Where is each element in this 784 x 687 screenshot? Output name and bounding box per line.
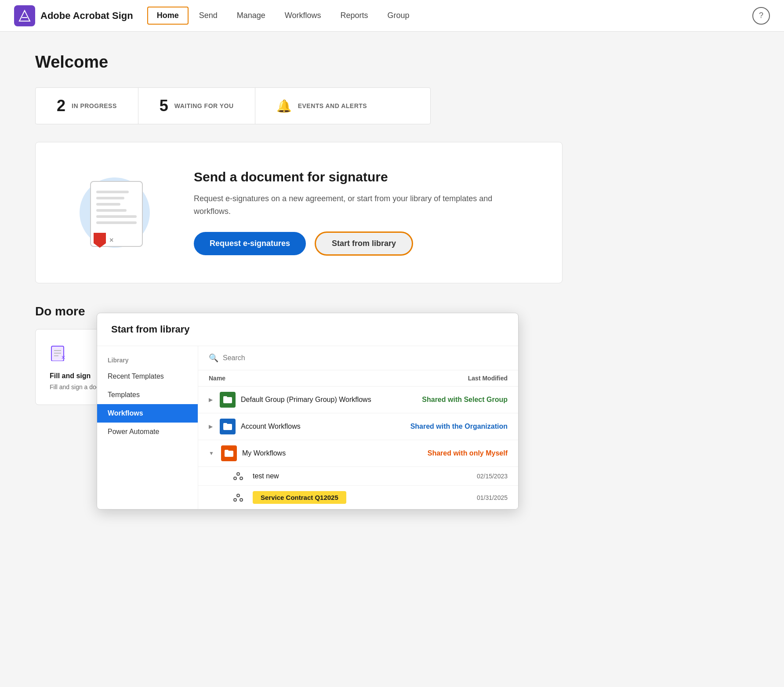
wf-node-left xyxy=(233,477,237,480)
status-in-progress[interactable]: 2 IN PROGRESS xyxy=(36,88,138,124)
table-row[interactable]: ▶ Default Group (Primary Group) Workflow… xyxy=(198,387,518,413)
send-card-title: Send a document for signature xyxy=(194,170,527,184)
send-card: × Send a document for signature Request … xyxy=(35,142,563,283)
row-name-default-group: Default Group (Primary Group) Workflows xyxy=(241,396,371,404)
library-sidebar: Library Recent Templates Templates Workf… xyxy=(97,346,198,509)
table-row[interactable]: ▶ Account Workflows Shared with the Orga… xyxy=(198,413,518,440)
in-progress-label: IN PROGRESS xyxy=(72,102,117,109)
doc-line-6 xyxy=(96,221,137,224)
header: Adobe Acrobat Sign Home Send Manage Work… xyxy=(0,0,784,32)
wf-top-node xyxy=(236,472,240,476)
doc-line-1 xyxy=(96,191,129,193)
start-from-library-button[interactable]: Start from library xyxy=(315,231,413,256)
waiting-label: WAITING FOR YOU xyxy=(174,102,234,109)
header-right: ? xyxy=(752,7,770,25)
page-title: Welcome xyxy=(35,53,749,72)
row-name-account-workflows: Account Workflows xyxy=(241,423,301,430)
badge-myself: Shared with only Myself xyxy=(428,449,508,457)
wf-bottom-nodes xyxy=(233,477,243,480)
sidebar-item-workflows[interactable]: Workflows xyxy=(97,404,198,423)
table-row[interactable]: ▼ My Workflows Shared with only Myself xyxy=(198,440,518,467)
svg-rect-13 xyxy=(223,423,227,425)
badge-select-group: Shared with Select Group xyxy=(422,396,508,404)
nav-reports[interactable]: Reports xyxy=(331,7,377,24)
wf-top-node xyxy=(236,494,240,497)
col-modified-label: Last Modified xyxy=(468,375,508,382)
alerts-label: EVENTS AND ALERTS xyxy=(298,102,367,109)
nav-home[interactable]: Home xyxy=(147,7,189,25)
nav-manage[interactable]: Manage xyxy=(228,7,274,24)
main-content: Welcome 2 IN PROGRESS 5 WAITING FOR YOU … xyxy=(0,32,784,687)
library-panel: Start from library Library Recent Templa… xyxy=(97,313,519,510)
search-icon: 🔍 xyxy=(209,353,218,363)
send-card-description: Request e-signatures on a new agreement,… xyxy=(194,192,527,218)
row-date-test-new: 02/15/2023 xyxy=(477,473,508,480)
workflow-diagram-icon xyxy=(233,494,243,502)
waiting-count: 5 xyxy=(160,97,168,115)
folder-blue-icon xyxy=(220,419,236,434)
col-name-label: Name xyxy=(209,375,225,382)
nav-workflows[interactable]: Workflows xyxy=(276,7,330,24)
doc-line-3 xyxy=(96,203,120,206)
help-button[interactable]: ? xyxy=(752,7,770,25)
doc-stamp: × xyxy=(94,233,113,248)
status-bar: 2 IN PROGRESS 5 WAITING FOR YOU 🔔 EVENTS… xyxy=(35,87,431,124)
request-esignatures-button[interactable]: Request e-signatures xyxy=(194,232,306,255)
in-progress-count: 2 xyxy=(57,97,65,115)
svg-rect-15 xyxy=(225,450,229,452)
wf-node-right xyxy=(240,477,243,480)
nav-send[interactable]: Send xyxy=(190,7,226,24)
search-input[interactable] xyxy=(223,354,508,362)
table-row[interactable]: test new 02/15/2023 xyxy=(198,467,518,486)
main-nav: Home Send Manage Workflows Reports Group xyxy=(147,7,752,25)
folder-orange-icon xyxy=(221,445,237,461)
send-card-content: Send a document for signature Request e-… xyxy=(194,170,527,256)
workflow-diagram-icon xyxy=(233,472,243,480)
library-panel-title: Start from library xyxy=(97,313,518,346)
svg-rect-14 xyxy=(225,451,233,457)
row-name-my-workflows: My Workflows xyxy=(242,449,286,457)
library-panel-body: Library Recent Templates Templates Workf… xyxy=(97,346,518,509)
status-waiting[interactable]: 5 WAITING FOR YOU xyxy=(138,88,255,124)
table-row[interactable]: Service Contract Q12025 01/31/2025 xyxy=(198,486,518,509)
stamp-red xyxy=(94,233,106,248)
doc-line-4 xyxy=(96,209,127,212)
svg-rect-12 xyxy=(223,424,232,430)
service-contract-badge: Service Contract Q12025 xyxy=(253,491,346,504)
doc-line-5 xyxy=(96,215,137,218)
sidebar-item-templates[interactable]: Templates xyxy=(97,386,198,404)
svg-marker-0 xyxy=(19,11,30,21)
bell-icon: 🔔 xyxy=(276,99,292,113)
library-table-header: Name Last Modified xyxy=(198,370,518,387)
row-name-test-new: test new xyxy=(253,472,279,480)
app-title: Adobe Acrobat Sign xyxy=(40,10,133,22)
status-alerts[interactable]: 🔔 EVENTS AND ALERTS xyxy=(255,90,388,122)
stamp-x: × xyxy=(109,236,113,244)
svg-rect-8 xyxy=(223,396,227,398)
row-date-service-contract: 01/31/2025 xyxy=(477,494,508,501)
wf-node-left xyxy=(233,498,237,502)
library-sidebar-heading: Library xyxy=(97,353,198,367)
chevron-right-icon: ▶ xyxy=(209,397,213,403)
svg-text:✕: ✕ xyxy=(61,354,65,361)
library-main: 🔍 Name Last Modified ▶ xyxy=(198,346,518,509)
logo-area: Adobe Acrobat Sign xyxy=(14,5,133,26)
send-card-actions: Request e-signatures Start from library xyxy=(194,231,527,256)
folder-green-icon xyxy=(220,392,236,408)
wf-node-right xyxy=(240,498,243,502)
doc-line-2 xyxy=(96,197,124,199)
sidebar-item-power-automate[interactable]: Power Automate xyxy=(97,423,198,441)
chevron-right-icon: ▶ xyxy=(209,423,213,430)
send-card-illustration: × xyxy=(71,169,159,257)
chevron-down-icon: ▼ xyxy=(209,450,214,456)
library-search-bar: 🔍 xyxy=(198,346,518,370)
sidebar-item-recent-templates[interactable]: Recent Templates xyxy=(97,367,198,386)
wf-bottom-nodes xyxy=(233,498,243,502)
badge-organization: Shared with the Organization xyxy=(410,423,508,430)
adobe-logo-icon xyxy=(14,5,35,26)
nav-group[interactable]: Group xyxy=(378,7,418,24)
